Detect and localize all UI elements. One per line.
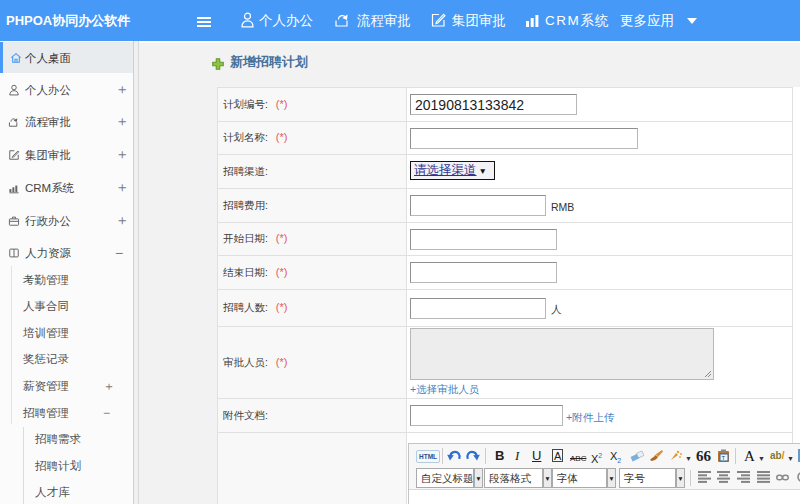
svg-text:T: T	[722, 455, 726, 461]
